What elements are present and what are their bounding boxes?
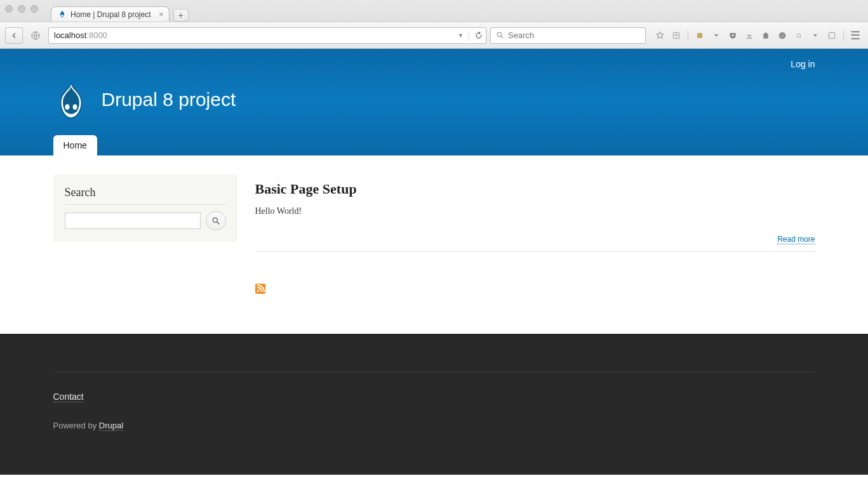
window-maximize-button[interactable] bbox=[30, 5, 38, 13]
contact-link[interactable]: Contact bbox=[53, 392, 84, 402]
main-content: Basic Page Setup Hello World! Read more bbox=[255, 175, 815, 296]
powered-prefix: Powered by bbox=[53, 421, 99, 430]
site-name[interactable]: Drupal 8 project bbox=[102, 89, 236, 110]
svg-point-19 bbox=[257, 290, 258, 292]
svg-line-3 bbox=[501, 36, 503, 38]
svg-rect-8 bbox=[747, 37, 752, 38]
svg-point-10 bbox=[780, 34, 782, 36]
search-form bbox=[65, 211, 226, 230]
browser-search-bar[interactable] bbox=[490, 27, 646, 44]
svg-point-0 bbox=[61, 15, 63, 17]
search-block-heading: Search bbox=[65, 186, 226, 205]
drupal-favicon-icon bbox=[58, 10, 67, 19]
url-port: :8000 bbox=[86, 30, 107, 40]
downloads-icon[interactable] bbox=[742, 28, 757, 43]
browser-tab-title: Home | Drupal 8 project bbox=[70, 10, 151, 19]
pocket-icon[interactable] bbox=[725, 28, 740, 43]
page: Log in Drupal 8 project Home bbox=[0, 49, 868, 475]
svg-point-14 bbox=[65, 104, 69, 110]
chevron-down-icon[interactable] bbox=[808, 28, 823, 43]
smiley-icon[interactable] bbox=[775, 28, 790, 43]
site-header: Log in Drupal 8 project Home bbox=[0, 49, 868, 155]
svg-point-11 bbox=[783, 34, 784, 36]
reload-icon[interactable] bbox=[474, 31, 483, 40]
article-title[interactable]: Basic Page Setup bbox=[255, 181, 815, 197]
article: Basic Page Setup Hello World! Read more bbox=[255, 175, 815, 252]
back-button[interactable] bbox=[5, 27, 23, 44]
window-controls bbox=[5, 5, 38, 13]
url-dropdown-icon[interactable]: ▼ bbox=[458, 32, 464, 39]
chevron-down-icon[interactable] bbox=[709, 28, 724, 43]
svg-line-17 bbox=[217, 222, 219, 225]
svg-point-15 bbox=[72, 104, 77, 110]
content-area: Search Basic Page Setup Hello World! Rea… bbox=[28, 155, 841, 334]
login-link[interactable]: Log in bbox=[791, 59, 815, 69]
primary-tabs: Home bbox=[53, 135, 815, 155]
tab-strip: Home | Drupal 8 project × + bbox=[0, 4, 868, 22]
powered-by: Powered by Drupal bbox=[53, 421, 815, 430]
bookmark-star-icon[interactable] bbox=[652, 28, 667, 43]
svg-point-9 bbox=[779, 32, 786, 39]
svg-rect-13 bbox=[829, 32, 834, 38]
extension-icon[interactable] bbox=[692, 28, 707, 43]
home-icon[interactable] bbox=[758, 28, 773, 43]
search-icon bbox=[496, 31, 504, 39]
toolbar-icons: ☰ bbox=[650, 28, 863, 43]
hamburger-menu-icon[interactable]: ☰ bbox=[848, 28, 863, 43]
footer-divider bbox=[53, 372, 815, 373]
tab-home[interactable]: Home bbox=[53, 135, 97, 155]
window-minimize-button[interactable] bbox=[18, 5, 25, 13]
read-more-link[interactable]: Read more bbox=[777, 235, 815, 244]
globe-icon[interactable] bbox=[27, 27, 44, 44]
panel-icon[interactable] bbox=[824, 28, 839, 43]
site-footer: Contact Powered by Drupal bbox=[0, 334, 868, 475]
url-host: localhost bbox=[54, 30, 86, 40]
svg-point-16 bbox=[213, 218, 217, 222]
browser-chrome: Home | Drupal 8 project × + localhost:80… bbox=[0, 0, 868, 49]
address-bar[interactable]: localhost:8000 ▼ bbox=[48, 27, 486, 44]
site-search-submit[interactable] bbox=[206, 211, 226, 230]
site-search-input[interactable] bbox=[65, 213, 201, 229]
article-body: Hello World! bbox=[255, 206, 815, 216]
reader-icon[interactable] bbox=[669, 28, 684, 43]
drupal-link[interactable]: Drupal bbox=[99, 421, 123, 431]
browser-search-input[interactable] bbox=[508, 30, 640, 40]
new-tab-button[interactable]: + bbox=[173, 9, 189, 22]
drupal-logo-icon[interactable] bbox=[53, 82, 89, 117]
addon-icon[interactable] bbox=[791, 28, 806, 43]
url-text: localhost:8000 bbox=[54, 30, 458, 40]
svg-rect-4 bbox=[673, 32, 679, 38]
window-close-button[interactable] bbox=[5, 5, 13, 13]
tab-close-icon[interactable]: × bbox=[159, 10, 164, 19]
svg-point-12 bbox=[797, 34, 801, 37]
rss-icon[interactable] bbox=[255, 284, 265, 294]
browser-toolbar: localhost:8000 ▼ bbox=[0, 22, 868, 48]
svg-rect-7 bbox=[697, 32, 702, 37]
sidebar: Search bbox=[53, 175, 237, 242]
svg-point-2 bbox=[497, 32, 502, 37]
browser-tab[interactable]: Home | Drupal 8 project × bbox=[51, 6, 170, 22]
